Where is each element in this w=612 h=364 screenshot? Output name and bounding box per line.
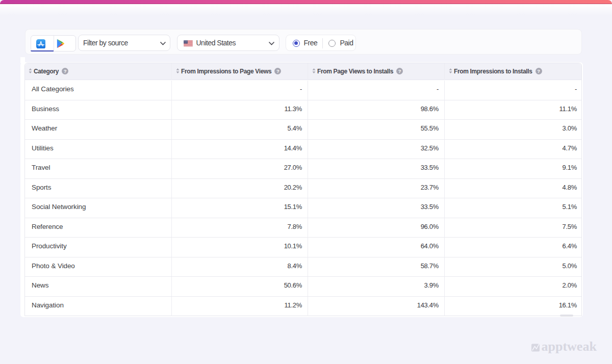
svg-text:apptweak: apptweak xyxy=(542,339,597,354)
